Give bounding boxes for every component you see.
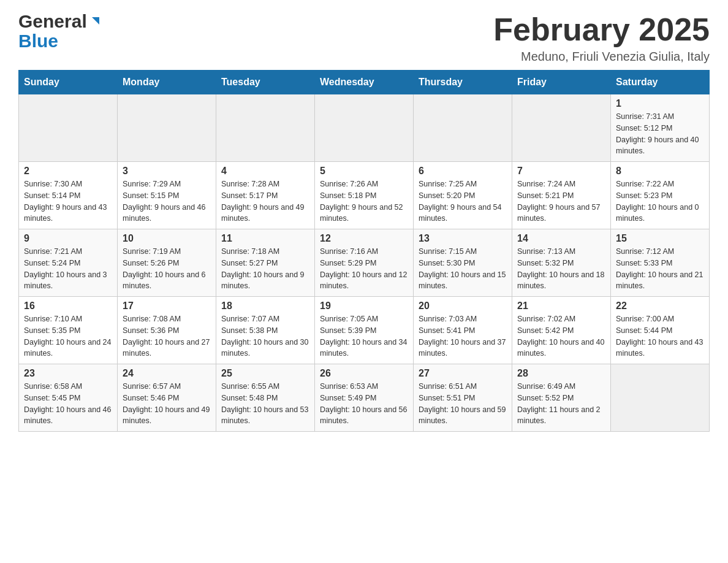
- page-header: General Blue February 2025 Meduno, Friul…: [18, 12, 710, 64]
- day-number: 19: [320, 301, 408, 312]
- calendar-week-row: 2Sunrise: 7:30 AMSunset: 5:14 PMDaylight…: [19, 162, 710, 229]
- day-number: 9: [24, 233, 112, 244]
- day-info: Sunrise: 7:28 AMSunset: 5:17 PMDaylight:…: [221, 178, 309, 224]
- day-info: Sunrise: 7:24 AMSunset: 5:21 PMDaylight:…: [517, 178, 605, 224]
- day-number: 2: [24, 166, 112, 177]
- day-info: Sunrise: 7:22 AMSunset: 5:23 PMDaylight:…: [616, 178, 704, 224]
- day-number: 20: [419, 301, 507, 312]
- day-number: 4: [221, 166, 309, 177]
- location-text: Meduno, Friuli Venezia Giulia, Italy: [493, 50, 710, 64]
- calendar-cell: 4Sunrise: 7:28 AMSunset: 5:17 PMDaylight…: [216, 162, 315, 229]
- calendar-cell: 11Sunrise: 7:18 AMSunset: 5:27 PMDayligh…: [216, 229, 315, 297]
- calendar-cell: 7Sunrise: 7:24 AMSunset: 5:21 PMDaylight…: [512, 162, 611, 229]
- day-info: Sunrise: 7:05 AMSunset: 5:39 PMDaylight:…: [320, 313, 408, 359]
- calendar-cell: 18Sunrise: 7:07 AMSunset: 5:38 PMDayligh…: [216, 297, 315, 364]
- weekday-header-sunday: Sunday: [19, 71, 118, 94]
- day-info: Sunrise: 6:58 AMSunset: 5:45 PMDaylight:…: [24, 381, 112, 427]
- day-number: 11: [221, 233, 309, 244]
- month-title: February 2025: [493, 12, 710, 47]
- day-info: Sunrise: 7:12 AMSunset: 5:33 PMDaylight:…: [616, 246, 704, 292]
- calendar-cell: 9Sunrise: 7:21 AMSunset: 5:24 PMDaylight…: [19, 229, 118, 297]
- calendar-cell: [611, 364, 710, 432]
- logo-arrow-icon: [88, 15, 102, 28]
- day-info: Sunrise: 7:13 AMSunset: 5:32 PMDaylight:…: [517, 246, 605, 292]
- calendar-cell: 20Sunrise: 7:03 AMSunset: 5:41 PMDayligh…: [414, 297, 512, 364]
- calendar-cell: 12Sunrise: 7:16 AMSunset: 5:29 PMDayligh…: [315, 229, 414, 297]
- calendar-cell: 6Sunrise: 7:25 AMSunset: 5:20 PMDaylight…: [414, 162, 512, 229]
- calendar-cell: [216, 94, 315, 162]
- day-number: 21: [517, 301, 605, 312]
- calendar-header-row: SundayMondayTuesdayWednesdayThursdayFrid…: [19, 71, 710, 94]
- day-info: Sunrise: 7:00 AMSunset: 5:44 PMDaylight:…: [616, 313, 704, 359]
- day-number: 25: [221, 368, 309, 379]
- day-info: Sunrise: 7:29 AMSunset: 5:15 PMDaylight:…: [123, 178, 211, 224]
- calendar-cell: 26Sunrise: 6:53 AMSunset: 5:49 PMDayligh…: [315, 364, 414, 432]
- calendar-cell: 2Sunrise: 7:30 AMSunset: 5:14 PMDaylight…: [19, 162, 118, 229]
- calendar-cell: 16Sunrise: 7:10 AMSunset: 5:35 PMDayligh…: [19, 297, 118, 364]
- svg-marker-0: [92, 17, 99, 25]
- day-info: Sunrise: 7:03 AMSunset: 5:41 PMDaylight:…: [419, 313, 507, 359]
- day-info: Sunrise: 7:21 AMSunset: 5:24 PMDaylight:…: [24, 246, 112, 292]
- calendar-week-row: 16Sunrise: 7:10 AMSunset: 5:35 PMDayligh…: [19, 297, 710, 364]
- day-number: 12: [320, 233, 408, 244]
- day-number: 8: [616, 166, 704, 177]
- day-info: Sunrise: 7:02 AMSunset: 5:42 PMDaylight:…: [517, 313, 605, 359]
- day-info: Sunrise: 7:18 AMSunset: 5:27 PMDaylight:…: [221, 246, 309, 292]
- day-info: Sunrise: 6:49 AMSunset: 5:52 PMDaylight:…: [517, 381, 605, 427]
- day-number: 15: [616, 233, 704, 244]
- calendar-cell: 13Sunrise: 7:15 AMSunset: 5:30 PMDayligh…: [414, 229, 512, 297]
- day-info: Sunrise: 6:57 AMSunset: 5:46 PMDaylight:…: [123, 381, 211, 427]
- day-number: 18: [221, 301, 309, 312]
- day-info: Sunrise: 6:55 AMSunset: 5:48 PMDaylight:…: [221, 381, 309, 427]
- calendar-table: SundayMondayTuesdayWednesdayThursdayFrid…: [18, 70, 710, 432]
- day-number: 7: [517, 166, 605, 177]
- day-number: 17: [123, 301, 211, 312]
- day-info: Sunrise: 7:15 AMSunset: 5:30 PMDaylight:…: [419, 246, 507, 292]
- calendar-cell: 10Sunrise: 7:19 AMSunset: 5:26 PMDayligh…: [118, 229, 216, 297]
- calendar-cell: 1Sunrise: 7:31 AMSunset: 5:12 PMDaylight…: [611, 94, 710, 162]
- calendar-cell: 14Sunrise: 7:13 AMSunset: 5:32 PMDayligh…: [512, 229, 611, 297]
- calendar-cell: 15Sunrise: 7:12 AMSunset: 5:33 PMDayligh…: [611, 229, 710, 297]
- calendar-cell: 28Sunrise: 6:49 AMSunset: 5:52 PMDayligh…: [512, 364, 611, 432]
- day-info: Sunrise: 7:10 AMSunset: 5:35 PMDaylight:…: [24, 313, 112, 359]
- weekday-header-saturday: Saturday: [611, 71, 710, 94]
- day-number: 28: [517, 368, 605, 379]
- day-info: Sunrise: 6:53 AMSunset: 5:49 PMDaylight:…: [320, 381, 408, 427]
- day-number: 26: [320, 368, 408, 379]
- weekday-header-thursday: Thursday: [414, 71, 512, 94]
- day-number: 10: [123, 233, 211, 244]
- day-number: 27: [419, 368, 507, 379]
- calendar-cell: [118, 94, 216, 162]
- day-number: 3: [123, 166, 211, 177]
- weekday-header-friday: Friday: [512, 71, 611, 94]
- logo-general-text: General: [18, 12, 87, 31]
- day-number: 23: [24, 368, 112, 379]
- calendar-cell: 24Sunrise: 6:57 AMSunset: 5:46 PMDayligh…: [118, 364, 216, 432]
- calendar-cell: 3Sunrise: 7:29 AMSunset: 5:15 PMDaylight…: [118, 162, 216, 229]
- logo: General Blue: [18, 12, 102, 50]
- calendar-cell: 17Sunrise: 7:08 AMSunset: 5:36 PMDayligh…: [118, 297, 216, 364]
- title-section: February 2025 Meduno, Friuli Venezia Giu…: [493, 12, 710, 64]
- day-info: Sunrise: 7:08 AMSunset: 5:36 PMDaylight:…: [123, 313, 211, 359]
- day-info: Sunrise: 6:51 AMSunset: 5:51 PMDaylight:…: [419, 381, 507, 427]
- weekday-header-tuesday: Tuesday: [216, 71, 315, 94]
- calendar-cell: [414, 94, 512, 162]
- day-number: 24: [123, 368, 211, 379]
- calendar-cell: 19Sunrise: 7:05 AMSunset: 5:39 PMDayligh…: [315, 297, 414, 364]
- calendar-cell: [19, 94, 118, 162]
- calendar-cell: 8Sunrise: 7:22 AMSunset: 5:23 PMDaylight…: [611, 162, 710, 229]
- calendar-cell: 22Sunrise: 7:00 AMSunset: 5:44 PMDayligh…: [611, 297, 710, 364]
- calendar-week-row: 23Sunrise: 6:58 AMSunset: 5:45 PMDayligh…: [19, 364, 710, 432]
- day-info: Sunrise: 7:19 AMSunset: 5:26 PMDaylight:…: [123, 246, 211, 292]
- calendar-week-row: 1Sunrise: 7:31 AMSunset: 5:12 PMDaylight…: [19, 94, 710, 162]
- day-number: 1: [616, 98, 704, 109]
- day-number: 14: [517, 233, 605, 244]
- day-info: Sunrise: 7:16 AMSunset: 5:29 PMDaylight:…: [320, 246, 408, 292]
- calendar-cell: [315, 94, 414, 162]
- logo-blue-label: Blue: [18, 32, 58, 50]
- calendar-cell: 25Sunrise: 6:55 AMSunset: 5:48 PMDayligh…: [216, 364, 315, 432]
- day-number: 13: [419, 233, 507, 244]
- calendar-week-row: 9Sunrise: 7:21 AMSunset: 5:24 PMDaylight…: [19, 229, 710, 297]
- day-info: Sunrise: 7:30 AMSunset: 5:14 PMDaylight:…: [24, 178, 112, 224]
- day-number: 16: [24, 301, 112, 312]
